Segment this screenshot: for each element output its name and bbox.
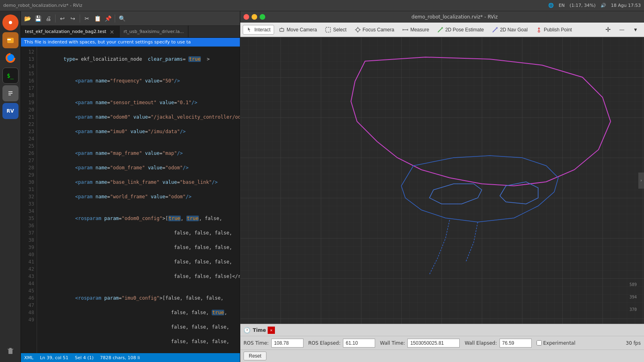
svg-rect-9 — [8, 349, 12, 354]
editor-tab-2-label: rt_usb_9axisimu_driver.la... — [124, 29, 184, 34]
editor-line-numbers: 12 13 14 15 16 17 18 19 20 21 22 23 24 2… — [21, 47, 37, 353]
ros-time-input[interactable] — [271, 339, 303, 348]
editor-tab-2[interactable]: rt_usb_9axisimu_driver.la... — [120, 26, 188, 37]
rviz-max-btn[interactable] — [260, 14, 265, 20]
taskbar-icon-firefox[interactable] — [2, 50, 19, 66]
toolbar-print[interactable]: 🖨 — [43, 14, 53, 23]
ros-time-field: ROS Time: — [244, 339, 303, 348]
rviz-tool-move-camera-label: Move Camera — [287, 27, 317, 33]
rviz-close-btn[interactable] — [244, 14, 249, 20]
rviz-titlebar: demo_robot_localization.rviz* - RViz — [240, 11, 644, 23]
ros-elapsed-label: ROS Elapsed: — [308, 340, 341, 346]
rviz-more-btn[interactable]: ▼ — [630, 25, 642, 34]
rviz-window-controls — [244, 14, 265, 20]
time-clock-icon: 🕐 — [244, 327, 250, 333]
editor-infobar[interactable]: This file is indented with spaces, but y… — [21, 38, 240, 47]
wall-time-field: Wall Time: — [380, 339, 460, 348]
wall-time-label: Wall Time: — [380, 340, 405, 346]
app-wrapper: 📂 💾 🖨 ↩ ↪ ✂ 📋 📌 🔍 test_ekf_localization_… — [21, 11, 644, 362]
os-battery: (1:17, 34%) — [570, 3, 596, 8]
rviz-timebar: 🕐 Time × — [240, 324, 644, 336]
toolbar-undo[interactable]: ↩ — [58, 14, 67, 23]
fps-label: 30 fps — [626, 340, 641, 346]
rviz-tool-pose-estimate-label: 2D Pose Estimate — [445, 27, 484, 33]
sep3 — [115, 14, 115, 23]
wall-time-input[interactable] — [407, 339, 460, 348]
editor-code-area[interactable]: 12 13 14 15 16 17 18 19 20 21 22 23 24 2… — [21, 47, 240, 353]
rviz-3d-canvas — [240, 37, 644, 324]
taskbar-icon-ubuntu[interactable] — [2, 14, 19, 31]
rviz-resetrow: Reset — [240, 350, 644, 362]
viewport-scroll-right[interactable]: › — [638, 173, 644, 189]
experimental-field[interactable]: Experimental — [537, 340, 576, 346]
rviz-min-btn[interactable] — [252, 14, 257, 20]
editor-panel: 📂 💾 🖨 ↩ ↪ ✂ 📋 📌 🔍 test_ekf_localization_… — [21, 11, 240, 362]
rviz-time-close-btn[interactable]: × — [268, 327, 275, 334]
select-icon — [325, 27, 331, 33]
rviz-tool-interact[interactable]: Interact — [243, 25, 274, 35]
taskbar-icon-rviz[interactable]: RV — [2, 103, 19, 119]
editor-tab-1-close[interactable]: × — [109, 29, 115, 35]
editor-status-selection: Sel 4 (1) — [75, 355, 93, 360]
os-volume-icon: 🔊 — [601, 3, 606, 8]
taskbar-icon-terminal[interactable]: $_ — [2, 68, 19, 84]
rviz-toolbar: Interact Move Camera Select Focus Camera — [240, 23, 644, 37]
ros-elapsed-input[interactable] — [343, 339, 375, 348]
svg-rect-11 — [9, 348, 12, 349]
taskbar-icon-files[interactable] — [2, 32, 19, 48]
editor-code-content[interactable]: type= ekf_localization_node clear_params… — [37, 47, 240, 353]
viewport-num-2: 394 — [630, 295, 637, 299]
rviz-tool-interact-label: Interact — [254, 27, 270, 33]
rviz-tool-publish-point[interactable]: Publish Point — [532, 25, 576, 35]
os-titlebar: demo_robot_localization.rviz* - RViz 🌐 E… — [0, 0, 644, 11]
pose-estimate-icon — [437, 27, 444, 33]
toolbar-open[interactable]: 📂 — [23, 14, 32, 23]
toolbar-copy[interactable]: 📋 — [93, 14, 102, 23]
os-lang-indicator: EN — [559, 3, 565, 8]
rviz-panel: demo_robot_localization.rviz* - RViz Int… — [240, 11, 644, 362]
toolbar-search[interactable]: 🔍 — [117, 14, 127, 23]
rviz-time-label: Time — [253, 327, 266, 333]
rviz-toolbar-extra: ✛ — ▼ — [602, 24, 642, 35]
ros-time-label: ROS Time: — [244, 340, 269, 346]
rviz-tool-select-label: Select — [333, 27, 346, 33]
rviz-tool-nav-goal[interactable]: 2D Nav Goal — [488, 25, 531, 35]
rviz-reset-btn[interactable]: Reset — [244, 352, 266, 360]
rviz-tool-move-camera[interactable]: Move Camera — [275, 25, 320, 35]
sep2 — [80, 14, 80, 23]
rviz-tool-measure[interactable]: Measure — [398, 25, 433, 35]
svg-point-1 — [9, 21, 12, 24]
wall-elapsed-input[interactable] — [500, 339, 532, 348]
taskbar-icon-trash[interactable] — [2, 343, 19, 359]
rviz-crosshair-btn[interactable]: ✛ — [602, 24, 614, 35]
os-title-left: demo_robot_localization.rviz* - RViz — [3, 3, 82, 8]
toolbar-redo[interactable]: ↪ — [68, 14, 78, 23]
svg-marker-29 — [538, 27, 540, 29]
toolbar-save[interactable]: 💾 — [33, 14, 43, 23]
os-network-icon: 🌐 — [548, 3, 554, 8]
rviz-tool-pose-estimate[interactable]: 2D Pose Estimate — [433, 25, 487, 35]
os-time: 18 Agu 17:53 — [611, 3, 641, 8]
toolbar-cut[interactable]: ✂ — [82, 14, 92, 23]
rviz-tool-nav-goal-label: 2D Nav Goal — [500, 27, 528, 33]
editor-toolbar: 📂 💾 🖨 ↩ ↪ ✂ 📋 📌 🔍 — [21, 11, 240, 26]
toolbar-paste[interactable]: 📌 — [103, 14, 113, 23]
experimental-label: Experimental — [543, 340, 576, 346]
rviz-minus-btn[interactable]: — — [616, 25, 628, 34]
sep1 — [55, 14, 56, 23]
rviz-tool-select[interactable]: Select — [321, 25, 350, 35]
svg-rect-3 — [7, 39, 11, 40]
editor-infobar-text: This file is indented with spaces, but y… — [24, 39, 191, 45]
experimental-checkbox[interactable] — [537, 340, 542, 346]
rviz-tool-measure-label: Measure — [410, 27, 429, 33]
wall-elapsed-field: Wall Elapsed: — [464, 339, 531, 348]
rviz-viewport[interactable]: 589 394 370 › — [240, 37, 644, 324]
publish-point-icon — [536, 27, 542, 33]
svg-rect-2 — [7, 38, 14, 43]
taskbar-icon-editor[interactable] — [2, 85, 19, 101]
rviz-window-title: demo_robot_localization.rviz* - RViz — [268, 14, 641, 20]
rviz-tool-focus[interactable]: Focus Camera — [351, 25, 398, 35]
editor-tab-1[interactable]: test_ekf_localization_node_bag2.test × — [21, 26, 120, 37]
move-camera-icon — [279, 27, 285, 33]
editor-status-lang: XML — [24, 355, 33, 360]
